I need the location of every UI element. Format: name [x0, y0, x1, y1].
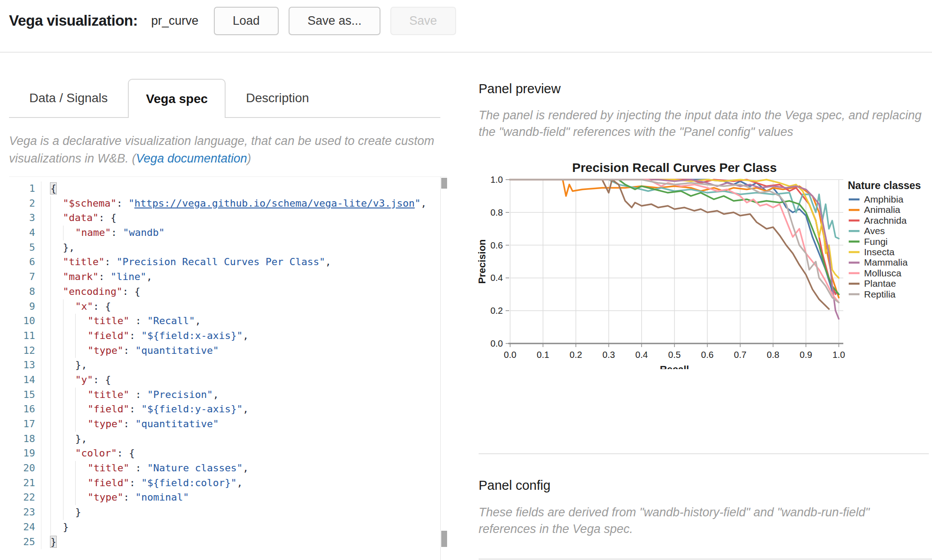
chart-legend: Nature classesAmphibiaAnimaliaArachnidaA…: [848, 180, 921, 299]
code-lines: { "$schema": "https://vega.github.io/sch…: [41, 181, 427, 549]
legend-label: Mollusca: [864, 268, 901, 278]
legend-label: Fungi: [864, 236, 888, 247]
schema-url-link[interactable]: https://vega.github.io/schema/vega-lite/…: [134, 198, 415, 209]
section-divider: [479, 453, 929, 454]
code-line: }: [50, 520, 427, 535]
legend-label: Plantae: [864, 278, 896, 289]
x-tick-label: 0.0: [504, 350, 516, 360]
legend-entry: Arachnida: [849, 215, 907, 226]
y-tick-label: 1.0: [490, 175, 503, 185]
y-tick-label: 0.0: [490, 339, 503, 348]
editor-scrollbar-thumb-bottom[interactable]: [441, 531, 447, 547]
y-tick-label: 0.8: [490, 208, 503, 217]
editor-scrollbar-thumb-top[interactable]: [441, 178, 447, 189]
vega-documentation-link[interactable]: Vega documentation: [136, 152, 247, 165]
legend-entry: Mammalia: [849, 257, 908, 267]
panel-preview-desc-line1: The panel is rendered by injecting the i…: [479, 107, 927, 124]
code-line: "title" : "Nature classes",: [50, 461, 427, 476]
code-area: 1234567891011121314151617181920212223242…: [9, 181, 427, 549]
x-tick-label: 1.0: [832, 350, 845, 360]
code-line: "field": "${field:color}",: [50, 476, 427, 491]
header-divider: [0, 52, 932, 53]
x-tick-label: 0.4: [635, 350, 648, 360]
x-axis: 0.00.10.20.30.40.50.60.70.80.91.0Recall: [504, 343, 845, 369]
code-line: "name": "wandb": [50, 226, 427, 240]
code-line: "x": {: [50, 299, 427, 314]
code-line: },: [50, 432, 427, 447]
series-Arachnida: [510, 180, 836, 294]
legend-entry: Fungi: [849, 236, 888, 247]
x-tick-label: 0.7: [734, 350, 747, 360]
editor-tabs: Data / Signals Vega spec Description: [9, 79, 440, 118]
legend-label: Mammalia: [864, 257, 908, 267]
line-number-gutter: 1234567891011121314151617181920212223242…: [9, 181, 41, 549]
intro-line2-suffix: ): [247, 152, 251, 165]
line-number: 5: [9, 240, 35, 255]
line-number: 8: [9, 285, 35, 299]
line-number: 3: [9, 211, 35, 226]
load-button[interactable]: Load: [214, 7, 279, 35]
code-line: "field": "${field:x-axis}",: [50, 329, 427, 343]
legend-entry: Plantae: [849, 278, 896, 289]
code-line: "data": {: [50, 211, 427, 226]
code-line: "title" : "Recall",: [50, 314, 427, 329]
legend-label: Amphibia: [864, 194, 904, 204]
vega-intro-text: Vega is a declarative visualization lang…: [9, 132, 434, 167]
tab-vega-spec[interactable]: Vega spec: [128, 79, 226, 118]
code-line: "type": "quantitative": [50, 417, 427, 432]
y-tick-label: 0.4: [490, 273, 503, 283]
code-line: "title" : "Precision",: [50, 388, 427, 402]
x-tick-label: 0.8: [767, 350, 779, 360]
line-number: 13: [9, 358, 35, 373]
panel-preview-desc-line2: the "wandb-field" references with the "P…: [479, 124, 927, 140]
save-button[interactable]: Save: [390, 7, 456, 35]
y-axis: 0.00.20.40.60.81.0Precision: [477, 175, 509, 348]
x-tick-label: 0.1: [537, 350, 549, 360]
code-line: },: [50, 358, 427, 373]
tab-description[interactable]: Description: [226, 79, 329, 117]
code-line: }: [50, 535, 427, 550]
line-number: 9: [9, 299, 35, 314]
y-tick-label: 0.2: [490, 306, 503, 316]
code-line: },: [50, 240, 427, 255]
line-number: 18: [9, 432, 35, 447]
x-axis-title: Recall: [660, 364, 689, 369]
panel-config-description: These fields are derived from "wandb-his…: [479, 504, 927, 537]
panel-preview-description: The panel is rendered by injecting the i…: [479, 107, 927, 140]
code-line: "type": "nominal": [50, 490, 427, 505]
legend-entry: Reptilia: [849, 289, 896, 299]
legend-title: Nature classes: [848, 180, 921, 191]
line-number: 19: [9, 446, 35, 461]
intro-line1: Vega is a declarative visualization lang…: [9, 134, 434, 148]
code-line: "color": {: [50, 446, 427, 461]
legend-label: Reptilia: [864, 289, 896, 299]
line-number: 25: [9, 535, 35, 550]
vega-spec-code-editor[interactable]: 1234567891011121314151617181920212223242…: [9, 176, 447, 560]
bottom-divider: [479, 558, 932, 560]
line-number: 12: [9, 343, 35, 358]
code-line: "$schema": "https://vega.github.io/schem…: [50, 196, 427, 211]
intro-line2-prefix: visualizations in W&B. (: [9, 152, 136, 165]
code-line: "title": "Precision Recall Curves Per Cl…: [50, 255, 427, 270]
header: Vega visualization: pr_curve Load Save a…: [9, 6, 466, 35]
x-tick-label: 0.6: [701, 350, 714, 360]
line-number: 4: [9, 226, 35, 240]
x-tick-label: 0.5: [668, 350, 681, 360]
code-line: "mark": "line",: [50, 270, 427, 285]
legend-label: Aves: [864, 226, 885, 236]
tab-data-signals[interactable]: Data / Signals: [9, 79, 128, 117]
panel-config-desc-line1: These fields are derived from "wandb-his…: [479, 504, 927, 521]
code-line: "field": "${field:y-axis}",: [50, 402, 427, 417]
code-line: }: [50, 505, 427, 520]
line-number: 16: [9, 402, 35, 417]
y-axis-title: Precision: [477, 239, 488, 284]
line-number: 24: [9, 520, 35, 535]
line-number: 10: [9, 314, 35, 329]
panel-name-input[interactable]: pr_curve: [151, 14, 199, 28]
line-number: 14: [9, 373, 35, 388]
line-number: 6: [9, 255, 35, 270]
save-as-button[interactable]: Save as...: [289, 7, 380, 35]
legend-entry: Aves: [849, 226, 885, 236]
line-number: 17: [9, 417, 35, 432]
x-tick-label: 0.3: [602, 350, 615, 360]
